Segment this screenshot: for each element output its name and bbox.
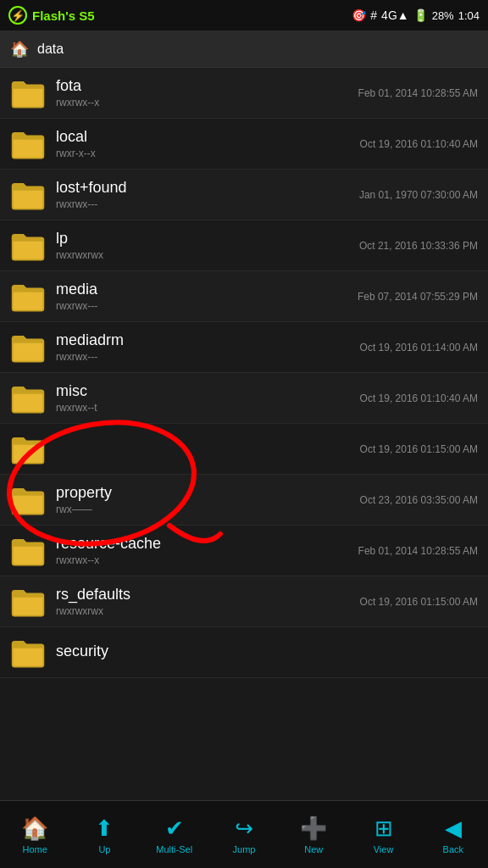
file-date: Feb 01, 2014 10:28:55 AM — [358, 87, 478, 99]
battery-icon: 🔋 — [413, 8, 428, 22]
file-info: resource-cache rwxrwx--x — [56, 535, 348, 566]
file-perms: rwxrwxrwx — [56, 605, 350, 617]
folder-icon — [10, 129, 46, 159]
file-name: mediadrm — [56, 331, 350, 349]
battery-percent: 28% — [432, 9, 454, 22]
file-name: lost+found — [56, 179, 349, 197]
file-list: fota rwxrwx--x Feb 01, 2014 10:28:55 AM … — [0, 68, 488, 754]
status-left: ⚡ Flash's S5 — [8, 6, 95, 25]
folder-icon — [10, 434, 46, 465]
file-perms: rwxrwx--- — [56, 351, 350, 363]
file-name: fota — [56, 77, 348, 95]
list-item[interactable]: local rwxr-x--x Oct 19, 2016 01:10:40 AM — [0, 119, 488, 170]
multisel-nav-icon: ✔ — [165, 815, 184, 842]
home-nav-icon: 🏠 — [21, 815, 48, 842]
nav-label-multisel: Multi-Sel — [156, 844, 192, 854]
file-info: local rwxr-x--x — [56, 128, 350, 159]
folder-icon — [10, 637, 46, 668]
file-name: media — [56, 281, 347, 298]
file-date: Feb 01, 2014 10:28:55 AM — [358, 545, 478, 557]
nav-item-multisel[interactable]: ✔ Multi-Sel — [140, 815, 209, 854]
list-item[interactable]: fota rwxrwx--x Feb 01, 2014 10:28:55 AM — [0, 68, 488, 119]
nav-item-up[interactable]: ⬆ Up — [69, 815, 139, 854]
folder-icon — [10, 281, 46, 312]
file-perms: rwxrwxrwx — [56, 249, 349, 261]
up-nav-icon: ⬆ — [95, 815, 114, 842]
nav-label-view: View — [374, 844, 394, 854]
file-date: Jan 01, 1970 07:30:00 AM — [359, 189, 478, 201]
list-item[interactable]: misc rwxrwx--t Oct 19, 2016 01:10:40 AM — [0, 373, 488, 424]
list-item[interactable]: property rwx—— Oct 23, 2016 03:35:00 AM — [0, 475, 488, 526]
file-info: lost+found rwxrwx--- — [56, 179, 349, 210]
file-perms: rwxr-x--x — [56, 147, 350, 159]
list-item[interactable]: lp rwxrwxrwx Oct 21, 2016 10:33:36 PM — [0, 220, 488, 271]
view-nav-icon: ⊞ — [374, 815, 393, 842]
file-date: Oct 19, 2016 01:14:00 AM — [360, 342, 478, 353]
flash-logo-icon: ⚡ — [8, 6, 27, 25]
new-nav-icon: ➕ — [300, 815, 327, 842]
file-info: media rwxrwx--- — [56, 281, 347, 312]
bottom-navigation: 🏠 Home ⬆ Up ✔ Multi-Sel ↩ Jump ➕ New ⊞ V… — [0, 800, 488, 868]
file-perms: rwxrwx--x — [56, 97, 348, 108]
nav-item-back[interactable]: ◀ Back — [419, 815, 488, 854]
file-date: Oct 19, 2016 01:10:40 AM — [360, 138, 478, 150]
file-info: mediadrm rwxrwx--- — [56, 331, 350, 363]
file-name: rs_defaults — [56, 586, 350, 604]
file-date: Oct 19, 2016 01:15:00 AM — [360, 443, 478, 455]
folder-icon — [10, 485, 46, 515]
status-bar: ⚡ Flash's S5 🎯 # 4G▲ 🔋 28% 1:04 — [0, 0, 488, 31]
folder-icon — [10, 332, 46, 363]
file-name: misc — [56, 382, 350, 400]
file-date: Oct 19, 2016 01:10:40 AM — [360, 392, 478, 404]
folder-icon — [10, 180, 46, 210]
app-name: Flash's S5 — [32, 8, 95, 23]
status-right: 🎯 # 4G▲ 🔋 28% 1:04 — [352, 8, 480, 22]
nav-item-jump[interactable]: ↩ Jump — [209, 815, 279, 854]
breadcrumb-bar: 🏠 data — [0, 31, 488, 68]
file-perms: rwx—— — [56, 504, 350, 515]
file-info — [56, 448, 350, 450]
folder-icon — [10, 78, 46, 108]
file-name: security — [56, 643, 468, 660]
breadcrumb-path: data — [37, 42, 64, 57]
folder-icon — [10, 231, 46, 261]
time: 1:04 — [458, 9, 480, 22]
list-item[interactable]: resource-cache rwxrwx--x Feb 01, 2014 10… — [0, 526, 488, 576]
file-name: local — [56, 128, 350, 146]
file-info: misc rwxrwx--t — [56, 382, 350, 414]
jump-nav-icon: ↩ — [235, 815, 253, 842]
folder-icon — [10, 587, 46, 617]
list-item[interactable]: security — [0, 627, 488, 678]
file-date: Oct 23, 2016 03:35:00 AM — [360, 494, 478, 506]
list-item[interactable]: Oct 19, 2016 01:15:00 AM — [0, 424, 488, 475]
nav-label-new: New — [304, 844, 323, 854]
file-name: resource-cache — [56, 535, 348, 553]
list-item[interactable]: mediadrm rwxrwx--- Oct 19, 2016 01:14:00… — [0, 322, 488, 373]
nav-item-view[interactable]: ⊞ View — [348, 815, 418, 854]
hashtag-icon: # — [370, 8, 377, 22]
file-perms: rwxrwx--t — [56, 402, 350, 414]
file-date: Oct 19, 2016 01:15:00 AM — [360, 596, 478, 608]
file-name: property — [56, 484, 350, 502]
home-breadcrumb-icon[interactable]: 🏠 — [10, 40, 29, 58]
folder-icon — [10, 383, 46, 414]
list-item[interactable]: lost+found rwxrwx--- Jan 01, 1970 07:30:… — [0, 170, 488, 220]
nav-label-home: Home — [22, 844, 47, 854]
file-perms: rwxrwx--- — [56, 300, 347, 312]
file-perms: rwxrwx--- — [56, 198, 349, 210]
target-icon: 🎯 — [352, 8, 366, 22]
list-item[interactable]: media rwxrwx--- Feb 07, 2014 07:55:29 PM — [0, 271, 488, 322]
file-info: lp rwxrwxrwx — [56, 230, 349, 261]
nav-item-home[interactable]: 🏠 Home — [0, 815, 69, 854]
nav-label-up: Up — [98, 844, 110, 854]
nav-label-back: Back — [443, 844, 463, 854]
file-date: Feb 07, 2014 07:55:29 PM — [358, 291, 478, 303]
file-name: lp — [56, 230, 349, 248]
file-perms: rwxrwx--x — [56, 554, 348, 566]
file-info: rs_defaults rwxrwxrwx — [56, 586, 350, 617]
list-item[interactable]: rs_defaults rwxrwxrwx Oct 19, 2016 01:15… — [0, 576, 488, 627]
file-info: security — [56, 643, 468, 662]
nav-label-jump: Jump — [233, 844, 256, 854]
back-nav-icon: ◀ — [445, 815, 462, 842]
nav-item-new[interactable]: ➕ New — [279, 815, 348, 854]
